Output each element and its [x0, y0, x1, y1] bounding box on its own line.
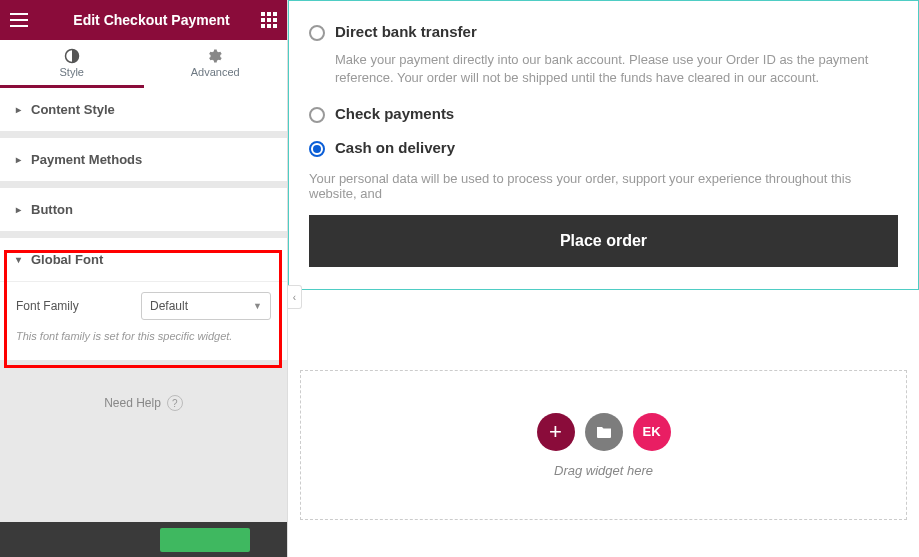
place-order-button[interactable]: Place order [309, 215, 898, 267]
apps-icon[interactable] [261, 12, 277, 28]
checkout-payment-widget[interactable]: Direct bank transfer Make your payment d… [288, 0, 919, 290]
template-button[interactable] [585, 413, 623, 451]
help-icon: ? [167, 395, 183, 411]
section-global-font: ▾Global Font Font Family Default ▼ This … [0, 238, 287, 361]
payment-bank-desc: Make your payment directly into our bank… [335, 51, 898, 87]
panel-tabs: Style Advanced [0, 40, 287, 88]
editor-panel: Edit Checkout Payment Style Advanced ▸Co… [0, 0, 288, 557]
section-content-style-header[interactable]: ▸Content Style [0, 88, 287, 131]
canvas: Direct bank transfer Make your payment d… [288, 0, 919, 557]
privacy-text: Your personal data will be used to proce… [309, 171, 898, 201]
radio-check[interactable] [309, 107, 325, 123]
drop-zone-buttons: + EK [537, 413, 671, 451]
section-global-font-header[interactable]: ▾Global Font [0, 238, 287, 281]
need-help-label: Need Help [104, 396, 161, 410]
section-content-style: ▸Content Style [0, 88, 287, 132]
section-label: Button [31, 202, 73, 217]
font-family-help: This font family is set for this specifi… [16, 330, 271, 342]
section-payment-methods-header[interactable]: ▸Payment Methods [0, 138, 287, 181]
tab-advanced-label: Advanced [191, 66, 240, 78]
section-label: Payment Methods [31, 152, 142, 167]
drop-zone[interactable]: + EK Drag widget here [300, 370, 907, 520]
font-family-value: Default [150, 299, 188, 313]
payment-option-cod[interactable]: Cash on delivery [309, 139, 898, 157]
chevron-down-icon: ▼ [253, 301, 262, 311]
font-family-select[interactable]: Default ▼ [141, 292, 271, 320]
payment-label: Check payments [335, 105, 454, 122]
payment-label: Direct bank transfer [335, 23, 477, 40]
radio-cod[interactable] [309, 141, 325, 157]
tab-advanced[interactable]: Advanced [144, 40, 288, 88]
folder-icon [595, 423, 613, 441]
section-label: Global Font [31, 252, 103, 267]
tab-style-label: Style [60, 66, 84, 78]
section-button-header[interactable]: ▸Button [0, 188, 287, 231]
caret-right-icon: ▸ [16, 204, 21, 215]
section-label: Content Style [31, 102, 115, 117]
section-global-font-body: Font Family Default ▼ This font family i… [0, 281, 287, 360]
elements-kit-button[interactable]: EK [633, 413, 671, 451]
panel-title: Edit Checkout Payment [42, 12, 261, 28]
font-family-label: Font Family [16, 299, 79, 313]
section-payment-methods: ▸Payment Methods [0, 138, 287, 182]
gear-icon [207, 48, 223, 64]
caret-right-icon: ▸ [16, 104, 21, 115]
drop-zone-hint: Drag widget here [554, 463, 653, 478]
contrast-icon [64, 48, 80, 64]
payment-label: Cash on delivery [335, 139, 455, 156]
update-button[interactable] [160, 528, 250, 552]
font-family-row: Font Family Default ▼ [16, 292, 271, 320]
panel-footer [0, 522, 287, 557]
payment-option-check[interactable]: Check payments [309, 105, 898, 123]
sections: ▸Content Style ▸Payment Methods ▸Button … [0, 88, 287, 522]
add-widget-button[interactable]: + [537, 413, 575, 451]
collapse-panel-handle[interactable]: ‹ [288, 285, 302, 309]
caret-right-icon: ▸ [16, 154, 21, 165]
caret-down-icon: ▾ [16, 254, 21, 265]
payment-option-bank[interactable]: Direct bank transfer [309, 23, 898, 41]
tab-style[interactable]: Style [0, 40, 144, 88]
section-button: ▸Button [0, 188, 287, 232]
menu-icon[interactable] [10, 13, 28, 27]
panel-header: Edit Checkout Payment [0, 0, 287, 40]
need-help[interactable]: Need Help ? [0, 367, 287, 439]
radio-bank[interactable] [309, 25, 325, 41]
